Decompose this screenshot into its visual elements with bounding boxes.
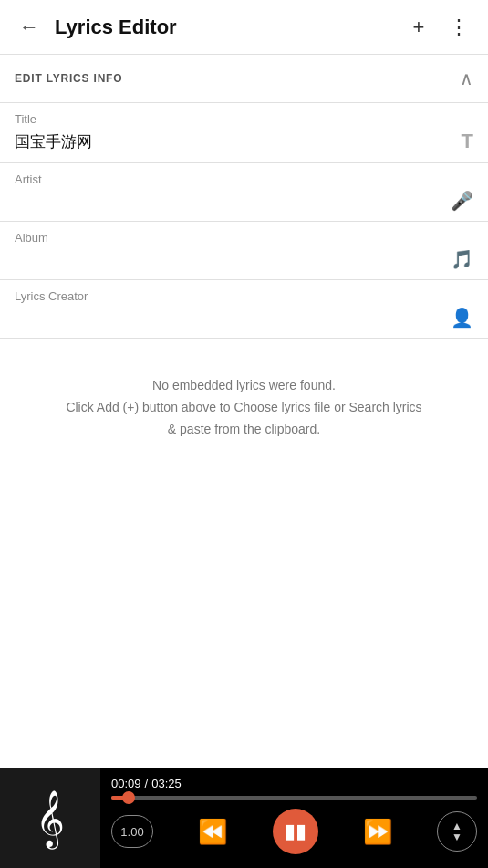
album-field-row: Album 🎵 (0, 222, 488, 280)
person-icon: 👤 (451, 307, 473, 329)
album-label: Album (15, 231, 473, 245)
fast-forward-button[interactable]: ⏩ (358, 811, 398, 852)
album-icon: 🎵 (451, 248, 473, 270)
progress-fill (111, 796, 129, 800)
empty-state: No embedded lyrics were found. Click Add… (0, 339, 488, 476)
player-time-row: 00:09 / 03:25 (111, 777, 477, 790)
player-buttons-row: 1.00 ⏪ ▮▮ ⏩ ▲ ▼ (111, 809, 477, 854)
pitch-button[interactable]: ▲ ▼ (437, 811, 477, 852)
rewind-icon: ⏪ (198, 818, 227, 846)
speed-value: 1.00 (120, 825, 143, 839)
back-button[interactable]: ← (11, 9, 47, 46)
back-icon: ← (19, 16, 39, 39)
edit-lyrics-label: EDIT LYRICS INFO (15, 72, 122, 85)
microphone-icon: 🎤 (451, 190, 473, 212)
add-icon: + (413, 16, 425, 39)
page-title: Lyrics Editor (55, 16, 400, 39)
more-options-button[interactable]: ⋮ (441, 9, 477, 46)
artist-label: Artist (15, 173, 473, 186)
album-field-content: 🎵 (15, 248, 473, 279)
rewind-button[interactable]: ⏪ (192, 811, 233, 852)
total-time: 03:25 (151, 777, 182, 790)
header-actions: + ⋮ (400, 9, 477, 46)
title-field-content: 国宝手游网 T (15, 130, 473, 162)
lyrics-creator-label: Lyrics Creator (15, 289, 473, 303)
title-field-row: Title 国宝手游网 T (0, 103, 488, 163)
app-header: ← Lyrics Editor + ⋮ (0, 0, 488, 55)
empty-state-line2: Click Add (+) button above to Choose lyr… (66, 400, 421, 414)
speed-button[interactable]: 1.00 (111, 815, 153, 848)
progress-thumb (122, 791, 135, 804)
lyrics-creator-field-content: 👤 (15, 307, 473, 338)
empty-state-line3: & paste from the clipboard. (168, 422, 320, 436)
time-separator: / (145, 777, 149, 790)
collapse-button[interactable]: ∧ (460, 68, 473, 89)
more-icon: ⋮ (449, 16, 469, 39)
edit-lyrics-section-header: EDIT LYRICS INFO ∧ (0, 55, 488, 103)
title-value[interactable]: 国宝手游网 (15, 131, 454, 152)
text-format-icon: T (462, 130, 473, 153)
lyrics-creator-field-row: Lyrics Creator 👤 (0, 280, 488, 339)
title-label: Title (15, 112, 473, 126)
player-controls-area: 00:09 / 03:25 1.00 ⏪ ▮▮ (100, 768, 488, 868)
empty-state-line1: No embedded lyrics were found. (152, 378, 336, 392)
current-time: 00:09 (111, 777, 141, 790)
treble-clef-icon: 𝄞 (36, 793, 65, 842)
fast-forward-icon: ⏩ (363, 818, 392, 846)
album-art: 𝄞 (0, 768, 100, 868)
artist-field-row: Artist 🎤 (0, 163, 488, 222)
play-pause-icon: ▮▮ (285, 820, 306, 843)
artist-field-content: 🎤 (15, 190, 473, 221)
progress-bar[interactable] (111, 796, 477, 800)
play-pause-button[interactable]: ▮▮ (273, 809, 318, 854)
player-inner: 𝄞 00:09 / 03:25 1.00 ⏪ ▮▮ (0, 768, 488, 868)
add-button[interactable]: + (400, 9, 437, 46)
pitch-down-icon: ▼ (452, 831, 462, 842)
player-container: 𝄞 00:09 / 03:25 1.00 ⏪ ▮▮ (0, 768, 488, 868)
